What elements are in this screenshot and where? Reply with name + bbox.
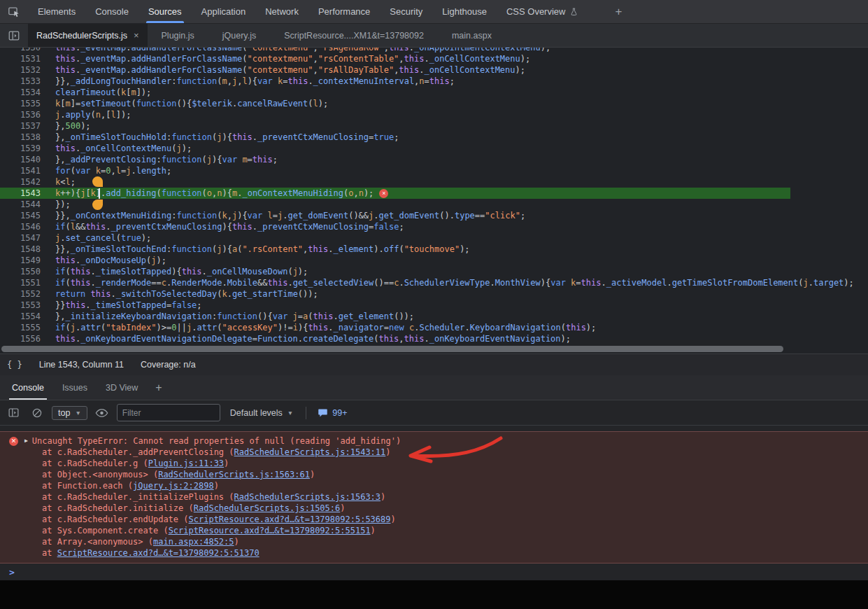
line-number[interactable]: 1545 bbox=[0, 210, 47, 221]
line-number[interactable]: 1556 bbox=[0, 333, 47, 344]
code-line-text[interactable]: if(l&&this._preventCtxMenuClosing){this.… bbox=[47, 221, 404, 232]
stack-frame-link[interactable]: RadSchedulerScripts.js:1563:61 bbox=[158, 470, 310, 479]
stack-frame-link[interactable]: RadSchedulerScripts.js:1505:6 bbox=[194, 503, 341, 513]
file-tab-plugin-js[interactable]: Plugin.js bbox=[148, 24, 208, 47]
inspect-cursor-icon[interactable] bbox=[0, 0, 28, 23]
line-number[interactable]: 1539 bbox=[0, 143, 47, 154]
clear-console-icon[interactable] bbox=[28, 404, 46, 422]
line-number[interactable]: 1542 bbox=[0, 176, 47, 188]
code-line-text[interactable]: clearTimeout(k[m]); bbox=[47, 87, 151, 98]
code-line-text[interactable]: }}this._timeSlotTapped=false; bbox=[47, 300, 202, 311]
main-tab-elements[interactable]: Elements bbox=[31, 0, 83, 23]
line-number[interactable]: 1544 bbox=[0, 199, 47, 210]
line-number[interactable]: 1535 bbox=[0, 98, 47, 109]
selection-handle-top[interactable] bbox=[92, 176, 103, 187]
file-tab-jquery-js[interactable]: jQuery.js bbox=[208, 24, 270, 47]
line-number[interactable]: 1534 bbox=[0, 87, 47, 98]
drawer-more-tabs-button[interactable]: + bbox=[147, 375, 170, 400]
code-line-text[interactable]: this._onCellContextMenu(j); bbox=[47, 143, 192, 154]
stack-frame-link[interactable]: Plugin.js:11:33 bbox=[148, 458, 224, 468]
line-number[interactable]: 1554 bbox=[0, 311, 47, 322]
code-line-text[interactable]: this._eventMap.addHandlerForClassName("c… bbox=[47, 64, 525, 76]
file-tab-main-aspx[interactable]: main.aspx bbox=[438, 24, 506, 47]
stack-frame-link[interactable]: RadSchedulerScripts.js:1563:3 bbox=[234, 492, 381, 502]
line-number[interactable]: 1533 bbox=[0, 76, 47, 87]
code-line-text[interactable]: this._onKeyboardEventNavigationDelegate=… bbox=[47, 333, 571, 344]
main-tab-security[interactable]: Security bbox=[383, 0, 429, 23]
drawer-tab-3d-view[interactable]: 3D View bbox=[97, 375, 147, 400]
stack-frame-link[interactable]: ScriptResource.axd?d…&t=13798092:5:55151 bbox=[169, 526, 371, 536]
line-number[interactable]: 1538 bbox=[0, 132, 47, 143]
file-tab-radschedulerscripts-js[interactable]: RadSchedulerScripts.js× bbox=[28, 24, 148, 47]
line-number[interactable]: 1549 bbox=[0, 255, 47, 266]
code-line-text[interactable]: this._onDocMouseUp(j); bbox=[47, 255, 166, 266]
line-number[interactable]: 1532 bbox=[0, 64, 47, 76]
code-line-text[interactable]: }},_onTimeSlotTouchEnd:function(j){a(".r… bbox=[47, 244, 470, 255]
code-line-text[interactable]: k<l; bbox=[47, 176, 76, 188]
stack-frame-link[interactable]: main.aspx:4852:5 bbox=[153, 537, 234, 547]
more-panels-button[interactable]: + bbox=[608, 5, 629, 19]
pretty-print-icon[interactable]: { } bbox=[7, 360, 22, 370]
code-line-text[interactable]: return this._switchToSelectedDay(k.get_s… bbox=[47, 288, 318, 300]
expand-triangle-icon[interactable]: ▶ bbox=[24, 435, 28, 447]
drawer-tab-console[interactable]: Console bbox=[3, 375, 53, 400]
main-tab-label: Sources bbox=[148, 6, 182, 17]
panel-toggle-icon[interactable] bbox=[0, 24, 28, 47]
line-number[interactable]: 1536 bbox=[0, 109, 47, 120]
code-line-text[interactable]: if(this._renderMode==c.RenderMode.Mobile… bbox=[47, 277, 854, 288]
code-line-text[interactable]: for(var k=0,l=j.length; bbox=[47, 165, 171, 176]
code-line-text[interactable]: },_onTimeSlotTouchHold:function(j){this.… bbox=[47, 132, 399, 143]
issues-counter[interactable]: 99+ bbox=[315, 408, 350, 418]
line-number[interactable]: 1530 bbox=[0, 48, 47, 53]
close-tab-icon[interactable]: × bbox=[134, 31, 139, 40]
line-number[interactable]: 1543 bbox=[0, 188, 47, 199]
console-prompt[interactable]: > bbox=[0, 564, 868, 580]
line-number[interactable]: 1551 bbox=[0, 277, 47, 288]
drawer-tab-issues[interactable]: Issues bbox=[53, 375, 97, 400]
line-number[interactable]: 1555 bbox=[0, 322, 47, 333]
line-number[interactable]: 1531 bbox=[0, 53, 47, 64]
code-line-text[interactable]: }},_onContextMenuHiding:function(k,j){va… bbox=[47, 210, 525, 221]
stack-frame-link[interactable]: ScriptResource.axd?d…&t=13798092:5:53689 bbox=[189, 514, 391, 524]
console-sidebar-icon[interactable] bbox=[4, 404, 22, 422]
main-tab-network[interactable]: Network bbox=[258, 0, 306, 23]
file-tab-scriptresource-xm1-t-13798092[interactable]: ScriptResource....XM1&t=13798092 bbox=[270, 24, 438, 47]
line-number[interactable]: 1552 bbox=[0, 288, 47, 300]
code-line-text[interactable]: },_initializeKeyboardNavigation:function… bbox=[47, 311, 414, 322]
live-expression-icon[interactable] bbox=[93, 404, 111, 422]
main-tab-console[interactable]: Console bbox=[88, 0, 136, 23]
main-tab-css-overview[interactable]: CSS Overview bbox=[499, 0, 586, 23]
code-line-text[interactable]: if(this._timeSlotTapped){this._onCellMou… bbox=[47, 266, 308, 277]
horizontal-scrollbar-thumb[interactable] bbox=[1, 346, 783, 352]
code-line-text[interactable]: j.apply(n,[l]); bbox=[47, 109, 131, 120]
code-line-text[interactable]: k++){j[k].add_hiding(function(o,n){m._on… bbox=[47, 188, 373, 199]
main-tab-application[interactable]: Application bbox=[194, 0, 253, 23]
stack-frame-link[interactable]: jQuery.js:2:2898 bbox=[133, 481, 214, 491]
code-line-text[interactable]: }},_addLongTouchHandler:function(m,j,l){… bbox=[47, 76, 455, 87]
line-number[interactable]: 1546 bbox=[0, 221, 47, 232]
code-line-text[interactable]: },500); bbox=[47, 120, 91, 132]
code-line-text[interactable]: if(j.attr("tabIndex")>=0||j.attr("access… bbox=[47, 322, 596, 333]
line-number[interactable]: 1537 bbox=[0, 120, 47, 132]
main-tab-performance[interactable]: Performance bbox=[311, 0, 377, 23]
line-number[interactable]: 1547 bbox=[0, 232, 47, 244]
stack-frame-link[interactable]: ScriptResource.axd?d…&t=13798092:5:51370 bbox=[57, 548, 259, 558]
code-line-text[interactable]: },_addPreventClosing:function(j){var m=t… bbox=[47, 154, 278, 165]
stack-frame-link[interactable]: RadSchedulerScripts.js:1543:11 bbox=[234, 447, 386, 457]
line-number[interactable]: 1553 bbox=[0, 300, 47, 311]
main-tab-sources[interactable]: Sources bbox=[141, 0, 189, 23]
console-filter-input[interactable] bbox=[117, 404, 220, 421]
code-line-text[interactable]: j.set_cancel(true); bbox=[47, 232, 151, 244]
code-line-text[interactable]: this._eventMap.addHandlerForClassName("c… bbox=[47, 53, 530, 64]
line-number[interactable]: 1540 bbox=[0, 154, 47, 165]
log-levels-selector[interactable]: Default levels ▼ bbox=[226, 408, 297, 418]
code-line-text[interactable]: }); bbox=[47, 199, 71, 210]
code-line-text[interactable]: this._eventMap.addHandlerForClassName("c… bbox=[47, 48, 550, 53]
code-line-text[interactable]: k[m]=setTimeout(function(){$telerik.canc… bbox=[47, 98, 328, 109]
line-number[interactable]: 1548 bbox=[0, 244, 47, 255]
selection-handle-bottom[interactable] bbox=[92, 200, 103, 210]
line-number[interactable]: 1541 bbox=[0, 165, 47, 176]
main-tab-lighthouse[interactable]: Lighthouse bbox=[435, 0, 494, 23]
execution-context-selector[interactable]: top ▼ bbox=[52, 406, 87, 420]
line-number[interactable]: 1550 bbox=[0, 266, 47, 277]
